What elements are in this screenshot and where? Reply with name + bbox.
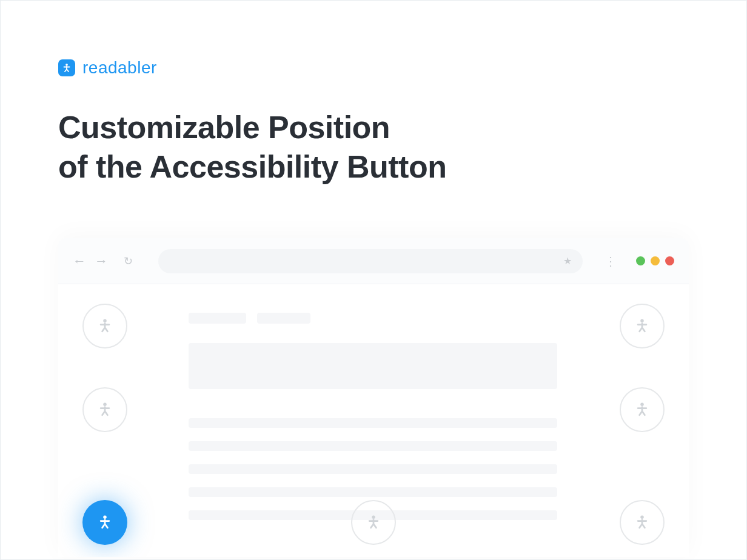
maximize-button[interactable]	[651, 256, 660, 265]
position-bottom-right[interactable]	[620, 500, 665, 545]
svg-point-7	[640, 516, 644, 519]
brand-row: readabler	[58, 58, 689, 78]
brand-logo-icon	[58, 59, 75, 76]
position-bottom-left-active[interactable]	[82, 500, 127, 545]
window-controls	[636, 256, 674, 265]
address-bar[interactable]: ★	[158, 249, 583, 273]
heading-line-1: Customizable Position	[58, 110, 390, 145]
svg-point-5	[103, 516, 107, 519]
reload-icon[interactable]: ↻	[124, 255, 133, 268]
page-heading: Customizable Position of the Accessibili…	[58, 108, 689, 187]
svg-point-2	[640, 319, 644, 323]
skeleton-line	[189, 487, 557, 497]
star-icon[interactable]: ★	[563, 255, 572, 267]
brand-name: readabler	[82, 58, 157, 78]
skeleton-line	[189, 418, 557, 428]
skeleton-block	[257, 313, 310, 324]
content-skeleton	[189, 304, 665, 520]
skeleton-line	[189, 441, 557, 451]
nav-arrows: ← →	[73, 255, 108, 268]
back-arrow-icon[interactable]: ←	[73, 255, 86, 268]
minimize-button[interactable]	[636, 256, 645, 265]
position-middle-left[interactable]	[82, 387, 127, 432]
position-top-right[interactable]	[620, 304, 665, 348]
skeleton-hero	[189, 343, 557, 389]
heading-line-2: of the Accessibility Button	[58, 149, 446, 184]
more-menu-icon[interactable]: ⋮	[605, 254, 617, 268]
position-middle-right[interactable]	[620, 387, 665, 432]
browser-viewport	[58, 284, 689, 557]
skeleton-line	[189, 464, 557, 474]
browser-toolbar: ← → ↻ ★ ⋮	[58, 238, 689, 284]
main-container: readabler Customizable Position of the A…	[1, 1, 746, 559]
position-bottom-center[interactable]	[351, 500, 396, 545]
position-top-left[interactable]	[82, 304, 127, 348]
svg-point-4	[640, 403, 644, 407]
browser-mockup: ← → ↻ ★ ⋮	[58, 238, 689, 557]
svg-point-0	[65, 64, 68, 66]
forward-arrow-icon[interactable]: →	[95, 255, 108, 268]
svg-point-1	[103, 319, 107, 323]
skeleton-header-row	[189, 313, 665, 324]
svg-point-6	[372, 516, 375, 519]
close-button[interactable]	[665, 256, 674, 265]
svg-point-3	[103, 403, 107, 407]
skeleton-block	[189, 313, 246, 324]
